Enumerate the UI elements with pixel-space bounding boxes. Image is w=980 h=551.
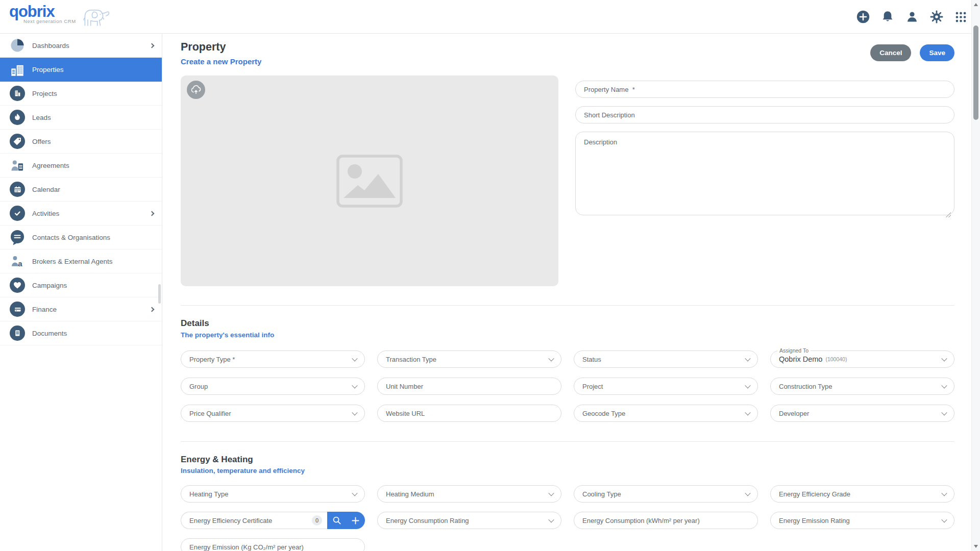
cloud-upload-icon[interactable] [187,81,205,99]
property-image-dropzone[interactable] [181,76,558,286]
status-select[interactable]: Status [574,350,758,368]
property-type-select[interactable]: Property Type * [181,350,365,368]
sidebar-item-calendar[interactable]: Calendar [0,178,162,202]
empty-cell [377,538,561,551]
sidebar-item-dashboards[interactable]: Dashboards [0,34,162,58]
certificate-search-button[interactable] [327,512,346,529]
sidebar-item-label: Properties [32,66,64,73]
select-placeholder: Transaction Type [386,356,436,363]
select-placeholder: Status [582,356,601,363]
scrollbar-thumb[interactable] [973,26,978,120]
sidebar-item-finance[interactable]: Finance [0,297,162,321]
sidebar-item-documents[interactable]: Documents [0,321,162,345]
speech-bubble-icon [10,230,25,245]
divider [181,441,954,442]
energy-emission-input[interactable] [181,538,365,551]
heating-medium-select[interactable]: Heating Medium [377,485,561,503]
chevron-down-icon [745,383,750,388]
website-url-input[interactable] [377,405,561,422]
chevron-down-icon [941,490,947,496]
select-placeholder: Price Qualifier [189,410,231,417]
resize-grip-icon[interactable] [945,212,951,217]
select-placeholder: Heating Medium [386,490,434,498]
energy-efficiency-grade-select[interactable]: Energy Efficiency Grade [770,485,954,503]
add-circle-icon[interactable] [854,9,871,26]
sidebar-item-label: Campaigns [32,282,67,289]
sidebar-item-label: Finance [32,306,57,313]
heating-type-select[interactable]: Heating Type [181,485,365,503]
details-fields-grid: Property Type * Transaction Type Status … [181,350,954,422]
select-placeholder: Construction Type [779,383,832,390]
apps-grid-icon[interactable] [952,9,969,26]
project-building-icon [10,86,25,101]
scroll-up-arrow-icon[interactable] [974,3,978,6]
sidebar-scrollbar-thumb[interactable] [158,284,161,304]
unit-number-input[interactable] [377,378,561,395]
cooling-type-select[interactable]: Cooling Type [574,485,758,503]
chevron-down-icon [745,410,750,415]
price-qualifier-select[interactable]: Price Qualifier [181,405,365,422]
scroll-down-arrow-icon[interactable] [974,545,978,548]
sidebar-item-label: Projects [32,90,57,97]
brand-name: qobrix [9,4,76,19]
property-name-input[interactable] [575,81,954,98]
empty-cell [574,538,758,551]
sidebar-item-properties[interactable]: Properties [0,58,162,82]
assigned-to-select[interactable]: Assigned To Qobrix Demo (100040) [770,350,954,368]
chevron-down-icon [745,356,750,361]
assigned-to-label: Assigned To [777,347,811,354]
project-select[interactable]: Project [574,378,758,395]
sidebar-item-label: Documents [32,330,67,337]
energy-fields-grid: Heating Type Heating Medium Cooling Type… [181,485,954,551]
developer-select[interactable]: Developer [770,405,954,422]
chevron-down-icon [941,410,947,415]
details-section-title: Details [181,318,209,329]
sidebar-item-contacts-organisations[interactable]: Contacts & Organisations [0,226,162,249]
chevron-right-icon [150,43,155,48]
sidebar-item-offers[interactable]: Offers [0,130,162,154]
geocode-type-select[interactable]: Geocode Type [574,405,758,422]
energy-efficiency-certificate-input[interactable] [181,512,327,529]
create-property-link[interactable]: Create a new Property [181,57,261,66]
sidebar: Dashboards Properties [0,34,162,551]
window-scrollbar[interactable] [971,0,980,551]
credit-card-icon [10,302,25,317]
construction-type-select[interactable]: Construction Type [770,378,954,395]
brand-tagline: Next generation CRM [23,18,76,24]
notifications-bell-icon[interactable] [879,9,896,26]
sidebar-item-label: Agreements [32,162,69,169]
energy-section-title: Energy & Heating [181,455,253,465]
select-placeholder: Developer [779,410,809,417]
transaction-type-select[interactable]: Transaction Type [377,350,561,368]
assigned-to-value: Qobrix Demo [779,355,822,363]
cancel-button[interactable]: Cancel [870,44,911,61]
description-textarea[interactable] [575,132,954,215]
certificate-add-button[interactable] [346,512,365,529]
sidebar-item-leads[interactable]: Leads [0,106,162,130]
select-placeholder: Energy Emission Rating [779,517,850,524]
energy-emission-rating-select[interactable]: Energy Emission Rating [770,512,954,529]
chevron-down-icon [941,383,947,388]
short-description-input[interactable] [575,106,954,123]
select-placeholder: Group [189,383,208,390]
sidebar-item-agreements[interactable]: Agreements [0,154,162,178]
select-placeholder: Geocode Type [582,410,625,417]
sidebar-item-campaigns[interactable]: Campaigns [0,273,162,297]
header-actions: Cancel Save [870,44,954,61]
document-icon [10,325,25,341]
energy-efficiency-certificate-group: 0 [181,512,365,529]
brand-logo[interactable]: qobrix Next generation CRM [9,4,112,29]
group-select[interactable]: Group [181,378,365,395]
sidebar-item-label: Dashboards [32,42,69,49]
energy-consumption-input[interactable] [574,512,758,529]
divider [181,305,954,306]
sidebar-item-brokers-external-agents[interactable]: a Brokers & External Agents [0,249,162,273]
sidebar-item-projects[interactable]: Projects [0,82,162,106]
sidebar-item-activities[interactable]: Activities [0,202,162,226]
settings-gear-icon[interactable] [928,9,945,26]
check-circle-icon [10,206,25,221]
save-button[interactable]: Save [920,44,954,61]
energy-consumption-rating-select[interactable]: Energy Consumption Rating [377,512,561,529]
account-person-icon[interactable] [903,9,920,26]
select-placeholder: Energy Consumption Rating [386,517,469,524]
